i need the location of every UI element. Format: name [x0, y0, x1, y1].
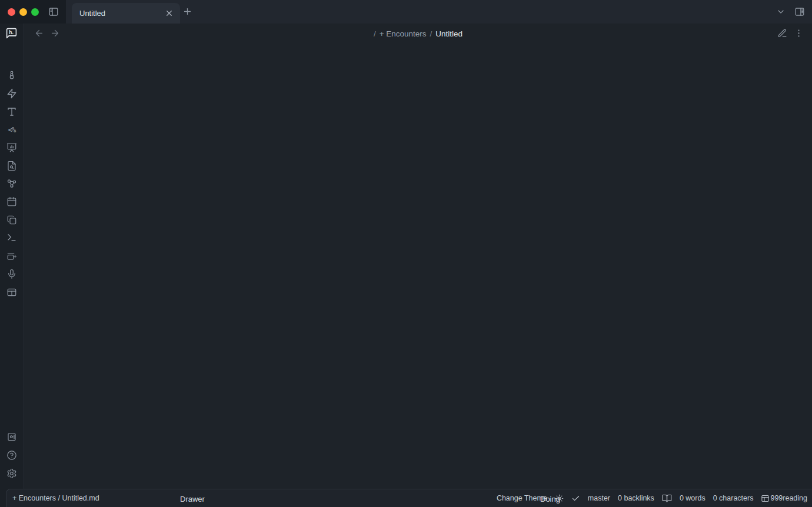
h-annotation-label: h.: [9, 29, 14, 35]
zap-icon[interactable]: [6, 88, 17, 99]
vault-icon[interactable]: [6, 432, 17, 442]
word-count: 0 words: [680, 494, 705, 502]
copy-icon[interactable]: [6, 215, 17, 225]
clip-icon[interactable]: [6, 70, 17, 81]
status-drawer[interactable]: Drawer: [180, 495, 205, 503]
chevron-down-icon[interactable]: [776, 7, 786, 16]
breadcrumb: / + Encounters / Untitled: [24, 24, 812, 44]
table-icon[interactable]: [6, 287, 17, 298]
editor-empty-area[interactable]: [24, 44, 812, 489]
help-icon[interactable]: [6, 450, 17, 461]
kebab-menu-icon[interactable]: [794, 28, 804, 38]
close-window-button[interactable]: [8, 8, 15, 16]
titlebar-left: [0, 0, 66, 24]
panel-right-toggle-icon[interactable]: [794, 6, 805, 17]
breadcrumb-separator: /: [430, 29, 432, 38]
check-icon: [571, 494, 580, 503]
tab-title: Untitled: [79, 9, 165, 18]
microphone-icon[interactable]: [6, 269, 17, 279]
backlinks-count[interactable]: 0 backlinks: [618, 494, 654, 502]
graph-icon[interactable]: [6, 178, 17, 189]
panel-left-toggle-icon[interactable]: [48, 6, 59, 17]
layout-icon: [761, 494, 770, 503]
breadcrumb-folder[interactable]: + Encounters: [380, 29, 427, 38]
zoom-window-button[interactable]: [31, 8, 39, 16]
template-icon[interactable]: <%: [6, 125, 17, 135]
git-branch-status[interactable]: master: [588, 494, 610, 502]
breadcrumb-separator: /: [374, 29, 376, 38]
tab-close-icon[interactable]: [165, 9, 174, 18]
titlebar: Untitled: [0, 0, 812, 24]
workspace-pane: / + Encounters / Untitled: [24, 24, 812, 489]
view-header-actions: [777, 28, 804, 38]
app-window: Untitled h.: [0, 0, 812, 507]
titlebar-right: [776, 0, 805, 24]
minimize-window-button[interactable]: [19, 8, 27, 16]
h-annotation-icon[interactable]: h.: [5, 27, 18, 39]
breadcrumb-current-note[interactable]: Untitled: [435, 29, 462, 38]
reading-mode-status[interactable]: 999reading: [761, 494, 807, 503]
tab-untitled[interactable]: Untitled: [72, 3, 180, 24]
character-count: 0 characters: [713, 494, 754, 502]
presentation-icon[interactable]: [6, 142, 17, 153]
edit-pencil-icon[interactable]: [777, 28, 787, 38]
file-search-icon[interactable]: [6, 161, 17, 171]
view-header: / + Encounters / Untitled: [24, 24, 812, 44]
settings-gear-icon[interactable]: [6, 468, 17, 479]
new-tab-plus-icon[interactable]: [182, 6, 192, 16]
add-to-list-icon[interactable]: [6, 251, 17, 262]
text-icon[interactable]: [6, 106, 17, 117]
status-doing[interactable]: Doing: [540, 495, 560, 503]
book-open-icon: [662, 493, 672, 503]
terminal-icon[interactable]: [6, 232, 17, 243]
reading-mode-label: 999reading: [770, 494, 807, 502]
ribbon-sidebar: h. <%: [0, 24, 24, 507]
calendar-icon[interactable]: [6, 196, 17, 207]
status-bar: + Encounters / Untitled.md Drawer Doing …: [6, 489, 812, 507]
status-file-path[interactable]: + Encounters / Untitled.md: [12, 489, 99, 507]
change-theme-button[interactable]: Change Theme: [497, 494, 547, 502]
